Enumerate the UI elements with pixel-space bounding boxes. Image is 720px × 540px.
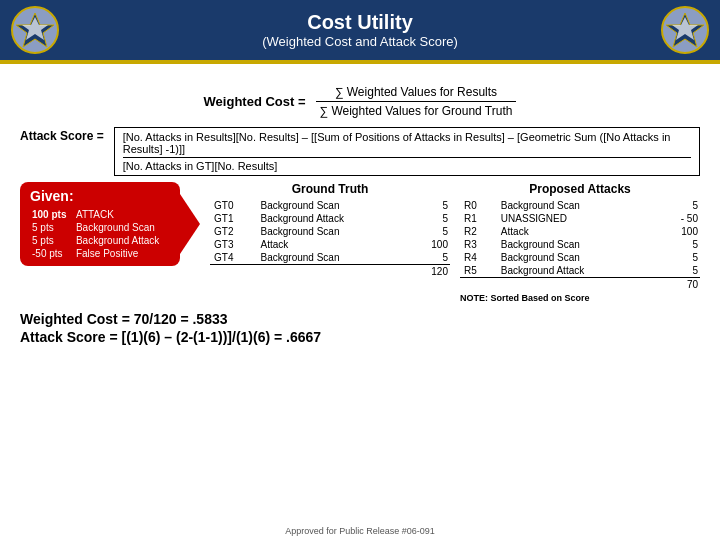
- gt-row-0: GT0 Background Scan 5: [210, 199, 450, 212]
- ground-truth-table: GT0 Background Scan 5 GT1 Background Att…: [210, 199, 450, 278]
- gt-score-2: 5: [412, 225, 450, 238]
- gt-id-3: GT3: [210, 238, 257, 251]
- weighted-cost-calc: Weighted Cost = 70/120 = .5833: [20, 311, 700, 327]
- proposed-attacks-note: NOTE: Sorted Based on Score: [460, 293, 700, 303]
- gt-score-0: 5: [412, 199, 450, 212]
- gt-row-3: GT3 Attack 100: [210, 238, 450, 251]
- fraction-line: [316, 101, 517, 102]
- given-attack-3: Background Attack: [74, 234, 170, 247]
- pa-score-2: 100: [659, 225, 700, 238]
- pa-row-1: R1 UNASSIGNED - 50: [460, 212, 700, 225]
- pa-total: 70: [659, 278, 700, 292]
- given-attack-1: ATTACK: [74, 208, 170, 221]
- given-pts-2: 5 pts: [30, 221, 74, 234]
- attack-score-calc-formula: = [(1)(6) – (2-(1-1))]/(1)(6) = .6667: [109, 329, 321, 345]
- fraction-numerator: ∑ Weighted Values for Results: [331, 84, 501, 100]
- pa-id-4: R4: [460, 251, 497, 264]
- ground-truth-title: Ground Truth: [210, 182, 450, 196]
- pa-attack-0: Background Scan: [497, 199, 659, 212]
- sub-title: (Weighted Cost and Attack Score): [262, 34, 458, 49]
- given-row-2: 5 pts Background Scan: [30, 221, 170, 234]
- pa-id-1: R1: [460, 212, 497, 225]
- pa-score-3: 5: [659, 238, 700, 251]
- fraction: ∑ Weighted Values for Results ∑ Weighted…: [316, 84, 517, 119]
- gt-row-4: GT4 Background Scan 5: [210, 251, 450, 265]
- gt-score-4: 5: [412, 251, 450, 265]
- pa-score-0: 5: [659, 199, 700, 212]
- given-attack-4: False Positive: [74, 247, 170, 260]
- pa-attack-4: Background Scan: [497, 251, 659, 264]
- weighted-cost-calc-formula: = 70/120 = .5833: [122, 311, 228, 327]
- main-title: Cost Utility: [262, 11, 458, 34]
- gt-total-row: 120: [210, 265, 450, 279]
- gt-id-4: GT4: [210, 251, 257, 265]
- gt-row-2: GT2 Background Scan 5: [210, 225, 450, 238]
- content-area: Weighted Cost = ∑ Weighted Values for Re…: [0, 64, 720, 357]
- gt-attack-2: Background Scan: [257, 225, 412, 238]
- pa-row-4: R4 Background Scan 5: [460, 251, 700, 264]
- footer-text: Approved for Public Release #06-091: [285, 526, 435, 536]
- given-title: Given:: [30, 188, 170, 204]
- pa-attack-1: UNASSIGNED: [497, 212, 659, 225]
- attack-score-top: [No. Attacks in Results][No. Results] – …: [123, 131, 691, 158]
- attack-score-calc: Attack Score = [(1)(6) – (2-(1-1))]/(1)(…: [20, 329, 700, 345]
- weighted-cost-formula: Weighted Cost = ∑ Weighted Values for Re…: [20, 84, 700, 119]
- proposed-attacks-title: Proposed Attacks: [460, 182, 700, 196]
- proposed-attacks-wrapper: Proposed Attacks R0 Background Scan 5 R1…: [460, 182, 700, 303]
- gt-total: 120: [412, 265, 450, 279]
- gt-attack-3: Attack: [257, 238, 412, 251]
- gt-id-2: GT2: [210, 225, 257, 238]
- given-container: Given: 100 pts ATTACK 5 pts Background S…: [20, 182, 200, 266]
- given-table: 100 pts ATTACK 5 pts Background Scan 5 p…: [30, 208, 170, 260]
- gt-score-3: 100: [412, 238, 450, 251]
- pa-score-1: - 50: [659, 212, 700, 225]
- gt-id-0: GT0: [210, 199, 257, 212]
- gt-id-1: GT1: [210, 212, 257, 225]
- pa-attack-5: Background Attack: [497, 264, 659, 278]
- footer: Approved for Public Release #06-091: [0, 526, 720, 536]
- pa-total-label: [460, 278, 659, 292]
- given-row-4: -50 pts False Positive: [30, 247, 170, 260]
- weighted-cost-label: Weighted Cost =: [204, 94, 306, 109]
- pa-id-5: R5: [460, 264, 497, 278]
- fraction-denominator: ∑ Weighted Values for Ground Truth: [316, 103, 517, 119]
- attack-score-bottom: [No. Attacks in GT][No. Results]: [123, 160, 691, 172]
- pa-row-3: R3 Background Scan 5: [460, 238, 700, 251]
- pa-row-0: R0 Background Scan 5: [460, 199, 700, 212]
- pa-id-2: R2: [460, 225, 497, 238]
- pa-id-0: R0: [460, 199, 497, 212]
- pa-attack-3: Background Scan: [497, 238, 659, 251]
- header-title: Cost Utility (Weighted Cost and Attack S…: [262, 11, 458, 49]
- ground-truth-wrapper: Ground Truth GT0 Background Scan 5 GT1 B…: [210, 182, 450, 303]
- attack-score-label: Attack Score =: [20, 129, 104, 143]
- pa-attack-2: Attack: [497, 225, 659, 238]
- attack-score-formula-box: [No. Attacks in Results][No. Results] – …: [114, 127, 700, 176]
- pa-row-5: R5 Background Attack 5: [460, 264, 700, 278]
- given-section: Given: 100 pts ATTACK 5 pts Background S…: [20, 182, 700, 303]
- gt-attack-1: Background Attack: [257, 212, 412, 225]
- weighted-cost-calc-label: Weighted Cost: [20, 311, 118, 327]
- logo-right: [660, 5, 710, 55]
- given-row-3: 5 pts Background Attack: [30, 234, 170, 247]
- calc-section: Weighted Cost = 70/120 = .5833 Attack Sc…: [20, 311, 700, 345]
- gt-total-label: [210, 265, 412, 279]
- pa-id-3: R3: [460, 238, 497, 251]
- attack-score-calc-label: Attack Score: [20, 329, 106, 345]
- pa-total-row: 70: [460, 278, 700, 292]
- page-header: Cost Utility (Weighted Cost and Attack S…: [0, 0, 720, 60]
- gt-attack-4: Background Scan: [257, 251, 412, 265]
- attack-score-section: Attack Score = [No. Attacks in Results][…: [20, 127, 700, 176]
- gt-row-1: GT1 Background Attack 5: [210, 212, 450, 225]
- given-attack-2: Background Scan: [74, 221, 170, 234]
- given-row-1: 100 pts ATTACK: [30, 208, 170, 221]
- pa-row-2: R2 Attack 100: [460, 225, 700, 238]
- proposed-attacks-table: R0 Background Scan 5 R1 UNASSIGNED - 50 …: [460, 199, 700, 291]
- given-pts-3: 5 pts: [30, 234, 74, 247]
- logo-left: [10, 5, 60, 55]
- gt-attack-0: Background Scan: [257, 199, 412, 212]
- pa-score-5: 5: [659, 264, 700, 278]
- given-pts-1: 100 pts: [30, 208, 74, 221]
- gt-score-1: 5: [412, 212, 450, 225]
- given-pts-4: -50 pts: [30, 247, 74, 260]
- given-box: Given: 100 pts ATTACK 5 pts Background S…: [20, 182, 180, 266]
